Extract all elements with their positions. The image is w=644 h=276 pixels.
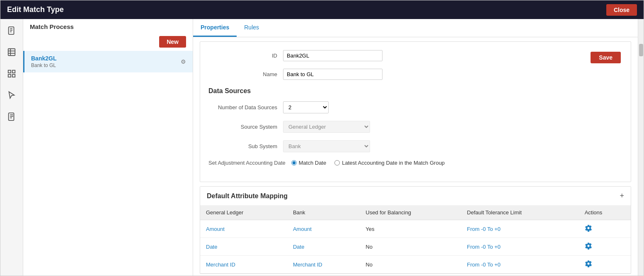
data-sources-title: Data Sources <box>208 87 622 95</box>
id-label: ID <box>208 53 283 59</box>
data-sources-section: Data Sources Number of Data Sources 2 1 … <box>208 87 622 166</box>
tab-bar: Properties Rules <box>193 19 638 37</box>
num-data-sources-group: Number of Data Sources 2 1 3 <box>208 101 622 113</box>
cell-tolerance: From -0 To +0 <box>461 220 579 238</box>
col-used-for-balancing: Used for Balancing <box>360 205 461 220</box>
save-button[interactable]: Save <box>591 52 621 63</box>
id-field-group: ID <box>208 50 622 61</box>
close-button[interactable]: Close <box>606 4 637 16</box>
new-button[interactable]: New <box>159 36 186 48</box>
table-row: Merchant ID Merchant ID No From -0 To +0 <box>200 256 631 274</box>
radio-match-date-input[interactable] <box>291 160 297 166</box>
sub-system-group: Sub System Bank <box>208 140 622 152</box>
col-bank: Bank <box>287 205 360 220</box>
radio-latest-date-input[interactable] <box>334 160 340 166</box>
cell-general-ledger: Merchant ID <box>200 256 287 274</box>
attr-table: General Ledger Bank Used for Balancing D… <box>200 205 631 274</box>
cell-actions <box>579 238 631 256</box>
name-input[interactable] <box>283 69 383 80</box>
radio-latest-date[interactable]: Latest Accounting Date in the Match Grou… <box>334 160 445 166</box>
sidebar: Match Process New Bank2GL Bank to GL ⚙ <box>23 19 193 276</box>
sub-system-select: Bank <box>283 140 370 152</box>
sidebar-item-sub: Bank to GL <box>31 62 56 68</box>
cell-tolerance: From -0 To +0 <box>461 238 579 256</box>
col-actions: Actions <box>579 205 631 220</box>
scrollbar[interactable] <box>638 19 644 276</box>
cell-general-ledger: Date <box>200 238 287 256</box>
cell-actions <box>579 256 631 274</box>
cell-bank: Date <box>287 238 360 256</box>
col-default-tolerance: Default Tolerance Limit <box>461 205 579 220</box>
grid-icon[interactable] <box>4 66 19 81</box>
sidebar-header: Match Process <box>30 23 74 30</box>
page-title: Edit Match Type <box>7 5 64 14</box>
sidebar-item-bank2gl[interactable]: Bank2GL Bank to GL ⚙ <box>23 51 193 72</box>
sub-system-label: Sub System <box>208 143 283 149</box>
properties-panel: Save ID Name Data Sources <box>200 41 631 182</box>
cell-used-for-balancing: No <box>360 256 461 274</box>
default-attr-header: Default Attribute Mapping + <box>200 187 631 205</box>
left-icon-bar <box>0 19 23 276</box>
svg-rect-9 <box>12 70 15 73</box>
tab-properties[interactable]: Properties <box>193 19 237 37</box>
num-data-sources-label: Number of Data Sources <box>208 104 283 110</box>
table-row: Date Date No From -0 To +0 <box>200 238 631 256</box>
doc-icon[interactable] <box>4 23 19 38</box>
source-system-select: General Ledger <box>283 121 370 133</box>
radio-latest-date-label: Latest Accounting Date in the Match Grou… <box>342 160 445 166</box>
svg-rect-4 <box>8 49 15 56</box>
default-attr-mapping-section: Default Attribute Mapping + General Ledg… <box>200 186 631 274</box>
sidebar-item-name: Bank2GL <box>31 55 56 62</box>
radio-match-date-label: Match Date <box>299 160 326 166</box>
name-label: Name <box>208 71 283 77</box>
svg-rect-8 <box>8 70 11 73</box>
cell-used-for-balancing: Yes <box>360 220 461 238</box>
id-input[interactable] <box>283 50 383 61</box>
svg-rect-11 <box>12 74 15 77</box>
col-general-ledger: General Ledger <box>200 205 287 220</box>
table-icon[interactable] <box>4 45 19 60</box>
tab-rules[interactable]: Rules <box>237 19 266 37</box>
source-system-group: Source System General Ledger <box>208 121 622 133</box>
cell-bank: Amount <box>287 220 360 238</box>
cell-bank: Merchant ID <box>287 256 360 274</box>
num-data-sources-select[interactable]: 2 1 3 <box>283 101 329 113</box>
adjustment-date-label: Set Adjustment Accounting Date <box>208 160 291 166</box>
adjustment-date-group: Set Adjustment Accounting Date Match Dat… <box>208 160 622 166</box>
name-field-group: Name <box>208 69 622 80</box>
default-attr-title: Default Attribute Mapping <box>207 192 288 200</box>
cell-actions <box>579 220 631 238</box>
table-row: Amount Amount Yes From -0 To +0 <box>200 220 631 238</box>
content-scroll: Save ID Name Data Sources <box>193 37 638 276</box>
cursor-icon[interactable] <box>4 88 19 103</box>
row-gear-icon[interactable] <box>585 262 592 269</box>
cell-tolerance: From -0 To +0 <box>461 256 579 274</box>
add-icon[interactable]: + <box>620 192 624 200</box>
radio-match-date[interactable]: Match Date <box>291 160 326 166</box>
source-system-label: Source System <box>208 124 283 130</box>
row-gear-icon[interactable] <box>585 226 592 233</box>
radio-group: Match Date Latest Accounting Date in the… <box>291 160 445 166</box>
cell-general-ledger: Amount <box>200 220 287 238</box>
note-icon[interactable] <box>4 109 19 124</box>
row-gear-icon[interactable] <box>585 244 592 251</box>
cell-used-for-balancing: No <box>360 238 461 256</box>
svg-rect-10 <box>8 74 11 77</box>
sidebar-gear-icon[interactable]: ⚙ <box>181 58 186 65</box>
